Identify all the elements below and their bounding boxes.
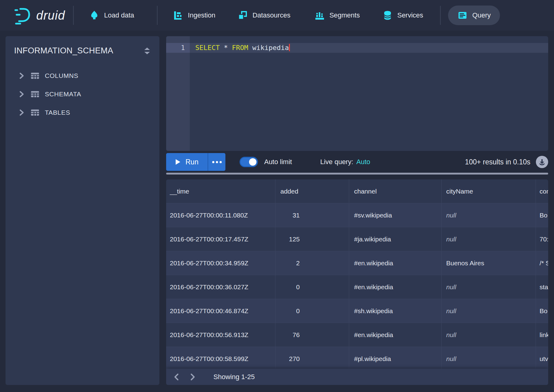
druid-logo-icon xyxy=(12,6,34,25)
schema-tree: COLUMNS SCHEMATA xyxy=(6,57,159,122)
column-header-channel[interactable]: channel xyxy=(349,179,442,203)
sidebar-item-label: SCHEMATA xyxy=(45,90,81,98)
schema-sidebar: INFORMATION_SCHEMA xyxy=(6,36,159,385)
cell-comment[interactable]: utv xyxy=(536,347,548,371)
nav-item-label: Datasources xyxy=(252,11,291,19)
cell-comment[interactable]: Bo xyxy=(536,203,548,227)
play-icon xyxy=(175,159,181,165)
nav-item-label: Ingestion xyxy=(188,11,215,19)
ingestion-icon xyxy=(173,10,183,21)
cell-comment[interactable]: link xyxy=(536,323,548,347)
cell-added[interactable]: 31 xyxy=(275,203,349,227)
sql-operator: * xyxy=(220,44,232,52)
cell-channel[interactable]: #ja.wikipedia xyxy=(349,227,442,251)
live-query-label: Live query: xyxy=(320,158,353,166)
cell-time[interactable]: 2016-06-27T00:00:11.080Z xyxy=(166,203,275,227)
cell-comment[interactable]: 70: xyxy=(536,227,548,251)
download-circle-icon xyxy=(539,159,545,165)
sidebar-item-label: COLUMNS xyxy=(45,72,78,79)
download-results-button[interactable] xyxy=(536,156,548,168)
run-more-options-button[interactable] xyxy=(208,153,225,171)
editor-gutter: 1 xyxy=(166,36,190,151)
cell-cityname[interactable]: null xyxy=(442,299,536,323)
nav-item-load-data[interactable]: Load data xyxy=(89,10,134,21)
cell-cityname[interactable]: null xyxy=(442,227,536,251)
top-nav: druid Load data Ingestion xyxy=(0,0,554,31)
chevron-right-icon xyxy=(18,72,25,79)
cell-comment[interactable]: Bo xyxy=(536,299,548,323)
cell-time[interactable]: 2016-06-27T00:00:17.457Z xyxy=(166,227,275,251)
cell-channel[interactable]: #en.wikipedia xyxy=(349,251,442,275)
cell-channel[interactable]: #sv.wikipedia xyxy=(349,203,442,227)
sidebar-item-schemata[interactable]: SCHEMATA xyxy=(6,85,159,103)
cell-comment[interactable]: sta xyxy=(536,275,548,299)
sql-editor[interactable]: 1 SELECT * FROM wikipedia xyxy=(166,36,548,151)
cell-comment[interactable]: /* S xyxy=(536,251,548,275)
cell-channel[interactable]: #en.wikipedia xyxy=(349,275,442,299)
cell-added[interactable]: 125 xyxy=(275,227,349,251)
cell-cityname[interactable]: Buenos Aires xyxy=(442,251,536,275)
nav-item-label: Load data xyxy=(104,11,134,19)
cell-time[interactable]: 2016-06-27T00:00:36.027Z xyxy=(166,275,275,299)
chevron-right-icon xyxy=(189,373,196,381)
druid-console: druid Load data Ingestion xyxy=(0,0,554,392)
cell-added[interactable]: 76 xyxy=(275,323,349,347)
sidebar-item-label: TABLES xyxy=(45,109,70,116)
chevron-right-icon xyxy=(18,90,25,98)
line-number: 1 xyxy=(166,43,190,53)
cell-cityname[interactable]: null xyxy=(442,275,536,299)
cell-time[interactable]: 2016-06-27T00:00:46.874Z xyxy=(166,299,275,323)
results-table: __time added channel cityName comment 20… xyxy=(166,179,548,385)
column-header-time[interactable]: __time xyxy=(166,179,275,203)
live-query-value[interactable]: Auto xyxy=(356,158,370,166)
nav-item-label: Segments xyxy=(330,11,360,19)
cell-channel[interactable]: #en.wikipedia xyxy=(349,323,442,347)
cell-added[interactable]: 270 xyxy=(275,347,349,371)
next-page-button[interactable] xyxy=(189,373,196,381)
run-button-label: Run xyxy=(185,158,198,166)
segments-icon xyxy=(314,10,325,21)
column-header-comment[interactable]: comment xyxy=(536,179,548,203)
run-button[interactable]: Run xyxy=(166,153,208,171)
cell-time[interactable]: 2016-06-27T00:00:56.913Z xyxy=(166,323,275,347)
pagination-bar: Showing 1-25 xyxy=(166,369,548,385)
table-row: 2016-06-27T00:00:11.080Z 31 #sv.wikipedi… xyxy=(166,203,548,227)
cell-cityname[interactable]: null xyxy=(442,323,536,347)
sql-keyword: SELECT xyxy=(195,44,220,52)
cell-channel[interactable]: #pl.wikipedia xyxy=(349,347,442,371)
cell-channel[interactable]: #sh.wikipedia xyxy=(349,299,442,323)
sidebar-item-columns[interactable]: COLUMNS xyxy=(6,67,159,85)
table-row: 2016-06-27T00:00:17.457Z 125 #ja.wikiped… xyxy=(166,227,548,251)
toggle-knob xyxy=(249,158,256,166)
more-ellipsis-icon xyxy=(212,161,214,163)
nav-item-services[interactable]: Services xyxy=(382,10,423,21)
cell-cityname[interactable]: null xyxy=(442,347,536,371)
nav-item-datasources[interactable]: Datasources xyxy=(237,10,291,21)
cell-time[interactable]: 2016-06-27T00:00:34.959Z xyxy=(166,251,275,275)
column-header-cityname[interactable]: cityName xyxy=(442,179,536,203)
nav-item-label: Query xyxy=(472,11,491,19)
logo-wordmark: druid xyxy=(36,9,65,22)
panel-resize-handle[interactable] xyxy=(166,173,548,175)
nav-item-ingestion[interactable]: Ingestion xyxy=(173,10,215,21)
double-caret-sort-icon[interactable] xyxy=(144,47,150,55)
sidebar-item-tables[interactable]: TABLES xyxy=(6,103,159,122)
column-header-added[interactable]: added xyxy=(275,179,349,203)
cell-time[interactable]: 2016-06-27T00:00:58.599Z xyxy=(166,347,275,371)
sql-line: SELECT * FROM wikipedia xyxy=(190,43,548,53)
cell-added[interactable]: 0 xyxy=(275,275,349,299)
druid-logo[interactable]: druid xyxy=(12,6,65,25)
nav-item-query[interactable]: Query xyxy=(448,6,500,25)
auto-limit-toggle[interactable] xyxy=(240,157,258,167)
table-row: 2016-06-27T00:00:34.959Z 2 #en.wikipedia… xyxy=(166,251,548,275)
schema-selector[interactable]: INFORMATION_SCHEMA xyxy=(6,36,159,57)
result-status: 100+ results in 0.10s xyxy=(465,156,548,168)
nav-item-segments[interactable]: Segments xyxy=(314,10,360,21)
cell-cityname[interactable]: null xyxy=(442,203,536,227)
table-header-row: __time added channel cityName comment xyxy=(166,179,548,203)
cell-added[interactable]: 2 xyxy=(275,251,349,275)
auto-limit-label: Auto limit xyxy=(264,158,292,166)
previous-page-button[interactable] xyxy=(173,373,180,381)
editor-code-area[interactable]: SELECT * FROM wikipedia xyxy=(190,36,548,151)
cell-added[interactable]: 0 xyxy=(275,299,349,323)
